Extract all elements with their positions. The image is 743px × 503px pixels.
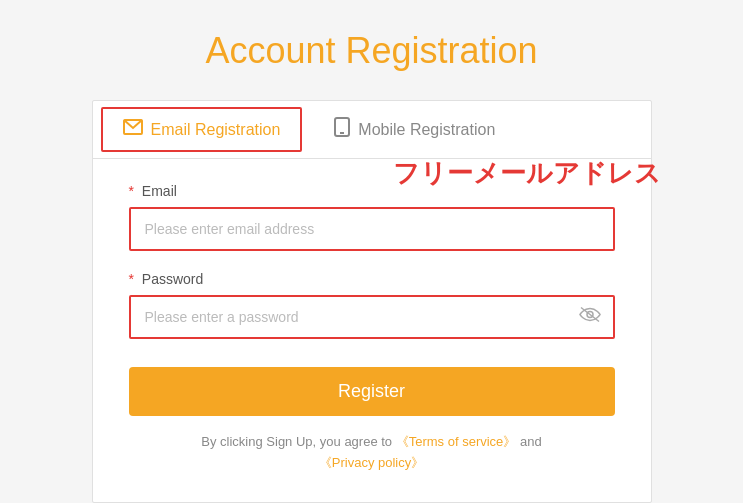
- toggle-password-icon[interactable]: [579, 307, 601, 328]
- footer-text: By clicking Sign Up, you agree to 《Terms…: [129, 432, 615, 474]
- page-wrapper: Account Registration フリーメールアドレス Email Re…: [0, 10, 743, 503]
- page-title: Account Registration: [205, 30, 537, 72]
- password-input[interactable]: [131, 297, 613, 337]
- password-label: * Password: [129, 271, 615, 287]
- email-required-star: *: [129, 183, 134, 199]
- tab-mobile[interactable]: Mobile Registration: [310, 101, 519, 158]
- tab-mobile-label: Mobile Registration: [358, 121, 495, 139]
- form-area: * Email * Password: [93, 159, 651, 502]
- email-field-group: * Email: [129, 183, 615, 251]
- password-required-star: *: [129, 271, 134, 287]
- register-button[interactable]: Register: [129, 367, 615, 416]
- privacy-link[interactable]: 《Privacy policy》: [319, 455, 424, 470]
- email-input-wrapper: [129, 207, 615, 251]
- registration-card: フリーメールアドレス Email Registration: [92, 100, 652, 503]
- svg-line-4: [581, 308, 599, 322]
- email-input[interactable]: [131, 209, 613, 249]
- email-label: * Email: [129, 183, 615, 199]
- tab-email-label: Email Registration: [151, 121, 281, 139]
- terms-link[interactable]: 《Terms of service》: [396, 434, 517, 449]
- password-input-wrapper: [129, 295, 615, 339]
- mobile-icon: [334, 117, 350, 142]
- tab-bar: Email Registration Mobile Registration: [93, 101, 651, 159]
- tab-email[interactable]: Email Registration: [101, 107, 303, 152]
- password-field-group: * Password: [129, 271, 615, 339]
- email-icon: [123, 119, 143, 140]
